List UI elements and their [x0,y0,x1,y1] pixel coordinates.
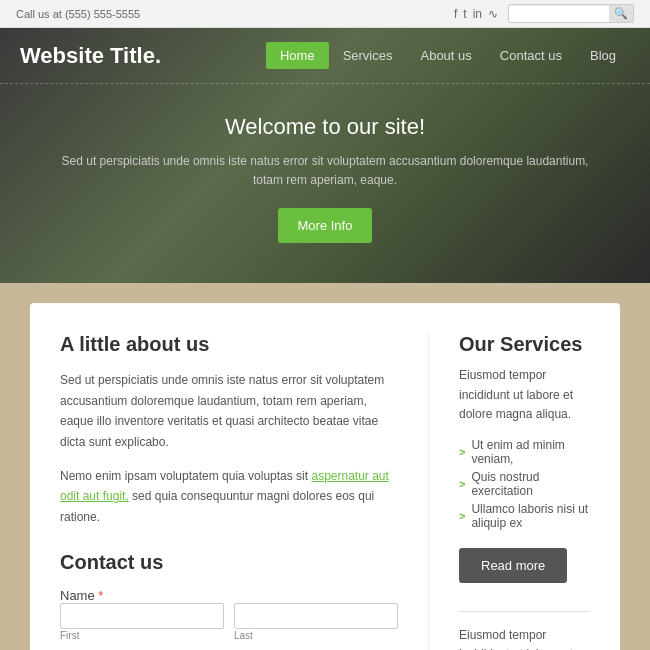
services-title: Our Services [459,333,590,356]
contact-title: Contact us [60,551,398,574]
nav-item-blog[interactable]: Blog [576,42,630,69]
last-name-input[interactable] [234,603,398,629]
header: Website Title. Home Services About us Co… [0,28,650,283]
left-column: A little about us Sed ut perspiciatis un… [60,333,398,650]
nav-item-services[interactable]: Services [329,42,407,69]
name-label: Name * [60,588,103,603]
topbar-social: f t in ∿ [454,7,498,21]
main-content: A little about us Sed ut perspiciatis un… [0,283,650,650]
topbar-search[interactable]: 🔍 [508,4,634,23]
about-p2-before: Nemo enim ipsam voluptatem quia voluptas… [60,469,311,483]
first-name-group: First [60,603,224,641]
facebook-icon[interactable]: f [454,7,457,21]
hero-title: Welcome to our site! [60,114,590,140]
services-description-2: Eiusmod tempor incididunt ut labore et d… [459,626,590,650]
hero-description: Sed ut perspiciatis unde omnis iste natu… [60,152,590,190]
more-info-button[interactable]: More Info [278,208,373,243]
rss-icon[interactable]: ∿ [488,7,498,21]
navbar: Website Title. Home Services About us Co… [0,28,650,83]
about-paragraph-1: Sed ut perspiciatis unde omnis iste natu… [60,370,398,452]
contact-form: Name * First Last [60,588,398,650]
nav-menu: Home Services About us Contact us Blog [266,42,630,69]
list-item: Ut enim ad minim veniam, [459,436,590,468]
twitter-icon[interactable]: t [463,7,466,21]
nav-item-contact[interactable]: Contact us [486,42,576,69]
right-column: Our Services Eiusmod tempor incididunt u… [428,333,590,650]
services-divider [459,611,590,612]
search-input[interactable] [509,6,609,22]
name-row: First Last [60,603,398,641]
last-hint: Last [234,630,398,641]
first-name-input[interactable] [60,603,224,629]
services-description: Eiusmod tempor incididunt ut labore et d… [459,366,590,424]
nav-item-home[interactable]: Home [266,42,329,69]
last-name-group: Last [234,603,398,641]
first-hint: First [60,630,224,641]
list-item: Ullamco laboris nisi ut aliquip ex [459,500,590,532]
nav-item-about[interactable]: About us [406,42,485,69]
topbar-phone: Call us at (555) 555-5555 [16,8,140,20]
content-card: A little about us Sed ut perspiciatis un… [30,303,620,650]
services-list: Ut enim ad minim veniam, Quis nostrud ex… [459,436,590,532]
name-required: * [95,588,104,603]
about-title: A little about us [60,333,398,356]
read-more-button[interactable]: Read more [459,548,567,583]
site-title: Website Title. [20,43,161,69]
list-item: Quis nostrud exercitation [459,468,590,500]
topbar: Call us at (555) 555-5555 f t in ∿ 🔍 [0,0,650,28]
hero-section: Welcome to our site! Sed ut perspiciatis… [0,83,650,283]
linkedin-icon[interactable]: in [473,7,482,21]
search-button[interactable]: 🔍 [609,5,633,22]
about-paragraph-2: Nemo enim ipsam voluptatem quia voluptas… [60,466,398,527]
